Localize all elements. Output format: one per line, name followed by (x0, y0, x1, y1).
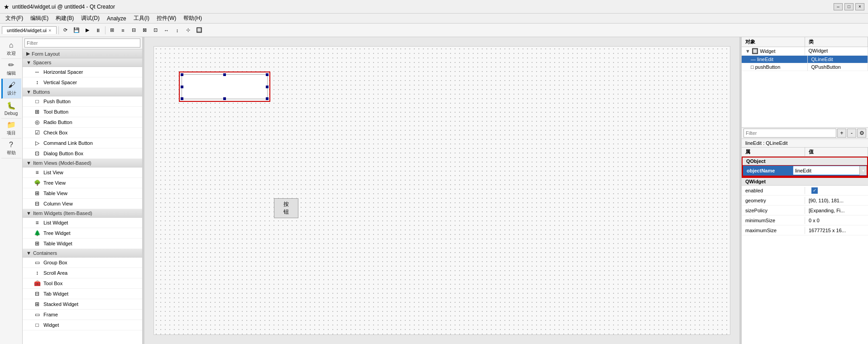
props-row-enabled[interactable]: enabled ✓ (742, 186, 868, 196)
toolbar-btn-2[interactable]: 💾 (72, 25, 82, 35)
widget-filter-input[interactable] (24, 38, 140, 48)
widget-item-commandlink[interactable]: ▷ Command Link Button (23, 138, 142, 148)
widget-item-radiobutton[interactable]: ◎ Radio Button (23, 117, 142, 128)
sidebar-action-welcome[interactable]: ⌂ 欢迎 (1, 39, 21, 59)
enabled-checkbox[interactable]: ✓ (811, 187, 818, 194)
widget-item-toolbox[interactable]: 🧰 Tool Box (23, 278, 142, 289)
canvas-dotted-bg[interactable]: 按钮 (154, 47, 730, 334)
objectname-input[interactable] (793, 166, 859, 175)
props-filter-input[interactable] (743, 129, 836, 138)
canvas-area[interactable]: 按钮 (144, 37, 739, 344)
menu-file[interactable]: 文件(F) (2, 14, 27, 23)
qwidget-section: QWidget enabled ✓ geometry [90, 110), 18… (742, 177, 868, 235)
handle-tl[interactable] (181, 73, 183, 76)
menu-analyze[interactable]: Analyze (103, 14, 130, 23)
props-row-sizepolicy[interactable]: sizePolicy [Expanding, Fi... (742, 205, 868, 215)
widget-item-tableview[interactable]: ⊞ Table View (23, 188, 142, 199)
handle-tr[interactable] (266, 73, 269, 76)
menu-debug[interactable]: 调试(D) (77, 14, 103, 23)
sidebar-action-debug[interactable]: 🐛 Debug (1, 99, 21, 119)
minimize-button[interactable]: – (834, 3, 843, 10)
props-remove-btn[interactable]: - (847, 129, 856, 138)
widget-label-toolbutton: Tool Button (43, 109, 68, 115)
handle-mr[interactable] (266, 86, 269, 88)
widget-category-itemwidgets[interactable]: ▼ Item Widgets (Item-Based) (23, 209, 142, 218)
toolbar-btn-11[interactable]: ↕ (173, 25, 182, 35)
toolbar-btn-7[interactable]: ⊟ (129, 25, 139, 35)
canvas-selection-box[interactable] (179, 72, 270, 102)
toolbar-btn-9[interactable]: ⊡ (151, 25, 161, 35)
props-add-btn[interactable]: + (837, 129, 846, 138)
canvas-lineedit[interactable] (182, 74, 268, 99)
inspector-row-widget[interactable]: ▼ 🔲 Widget QWidget (742, 47, 868, 56)
widget-item-treewidget[interactable]: 🌲 Tree Widget (23, 228, 142, 239)
sidebar-action-design[interactable]: 🖌 设计 (1, 79, 21, 99)
widget-category-spacers[interactable]: ▼ Spacers (23, 58, 142, 67)
widget-item-listview[interactable]: ≡ List View (23, 167, 142, 178)
handle-bc[interactable] (223, 97, 226, 100)
widget-category-buttons[interactable]: ▼ Buttons (23, 88, 142, 96)
toolbar-btn-6[interactable]: ≡ (118, 25, 128, 35)
handle-tc[interactable] (223, 73, 226, 76)
widget-category-itemviews[interactable]: ▼ Item Views (Model-Based) (23, 159, 142, 167)
inspector-row-lineedit[interactable]: — lineEdit QLineEdit (742, 56, 868, 63)
props-row-minimumsize[interactable]: minimumSize 0 x 0 (742, 215, 868, 225)
maximize-button[interactable]: □ (844, 3, 854, 10)
props-row-objectname[interactable]: objectName ▼ (743, 165, 867, 176)
sidebar-action-help[interactable]: ? 帮助 (1, 139, 21, 158)
handle-bl[interactable] (181, 97, 183, 100)
widget-item-checkbox[interactable]: ☑ Check Box (23, 128, 142, 138)
props-row-geometry[interactable]: geometry [90, 110), 181... (742, 196, 868, 205)
widget-label-scrollarea: Scroll Area (43, 270, 67, 276)
design-icon: 🖌 (8, 81, 15, 89)
file-tab[interactable]: untitled4/widget.ui × (2, 26, 57, 34)
props-row-maximumsize[interactable]: maximumSize 16777215 x 16... (742, 225, 868, 235)
toolbar-btn-4[interactable]: ⏸ (93, 25, 103, 35)
widget-item-treeview[interactable]: 🌳 Tree View (23, 178, 142, 188)
close-button[interactable]: × (855, 3, 864, 10)
widget-item-groupbox[interactable]: ▭ Group Box (23, 258, 142, 268)
widget-item-widget[interactable]: □ Widget (23, 320, 142, 330)
handle-br[interactable] (266, 97, 269, 100)
inspector-row-pushbutton[interactable]: □ pushButton QPushButton (742, 63, 868, 71)
toolbar-btn-12[interactable]: ⊹ (183, 25, 193, 35)
widget-item-tabwidget[interactable]: ⊟ Tab Widget (23, 289, 142, 299)
toolbar-btn-3[interactable]: ▶ (82, 25, 92, 35)
category-arrow-formlayout: ▶ (26, 51, 30, 57)
widget-item-scrollarea[interactable]: ↕ Scroll Area (23, 268, 142, 278)
widget-item-toolbutton[interactable]: ⊞ Tool Button (23, 107, 142, 117)
toolbar-btn-10[interactable]: ↔ (162, 25, 172, 35)
menu-controls[interactable]: 控件(W) (153, 14, 180, 23)
edit-arrow-objectname[interactable]: ▼ (859, 166, 867, 175)
menu-build[interactable]: 构建(B) (52, 14, 77, 23)
widget-category-containers[interactable]: ▼ Containers (23, 249, 142, 258)
inspector-col-object: 对象 (742, 37, 805, 47)
widget-item-pushbutton[interactable]: □ Push Button (23, 96, 142, 107)
widget-icon-inspector: 🔲 (752, 48, 760, 54)
widget-item-stackedwidget[interactable]: ⊞ Stacked Widget (23, 299, 142, 310)
widget-item-listwidget[interactable]: ≡ List Widget (23, 218, 142, 228)
sidebar-action-project[interactable]: 📁 项目 (1, 119, 21, 139)
toolbar-btn-13[interactable]: 🔲 (194, 25, 204, 35)
handle-ml[interactable] (181, 86, 183, 88)
widget-item-frame[interactable]: ▭ Frame (23, 310, 142, 320)
widget-item-columnview[interactable]: ⊟ Column View (23, 199, 142, 209)
menu-tools[interactable]: 工具(I) (130, 14, 153, 23)
widget-item-dialogbuttonbox[interactable]: ⊡ Dialog Button Box (23, 148, 142, 159)
menu-edit[interactable]: 编辑(E) (27, 14, 52, 23)
widget-label-tabwidget: Tab Widget (43, 291, 68, 296)
file-tab-close[interactable]: × (48, 28, 51, 33)
canvas-button[interactable]: 按钮 (274, 198, 298, 218)
sidebar-action-edit[interactable]: ✏ 编辑 (1, 59, 21, 79)
props-settings-btn[interactable]: ⚙ (857, 129, 866, 138)
toolbar-btn-5[interactable]: ⊞ (107, 25, 117, 35)
toolbar-btn-8[interactable]: ⊠ (140, 25, 150, 35)
menu-help[interactable]: 帮助(H) (180, 14, 206, 23)
widget-item-vspacer[interactable]: ↕ Vertical Spacer (23, 77, 142, 88)
widget-category-formlayout[interactable]: ▶ Form Layout (23, 49, 142, 58)
widget-item-tablewidget[interactable]: ⊞ Table Widget (23, 239, 142, 249)
widget-label-vspacer: Vertical Spacer (43, 80, 77, 85)
props-header: 属 值 (742, 148, 868, 157)
toolbar-btn-1[interactable]: ⟳ (61, 25, 71, 35)
widget-item-hspacer[interactable]: ↔ Horizontal Spacer (23, 67, 142, 77)
